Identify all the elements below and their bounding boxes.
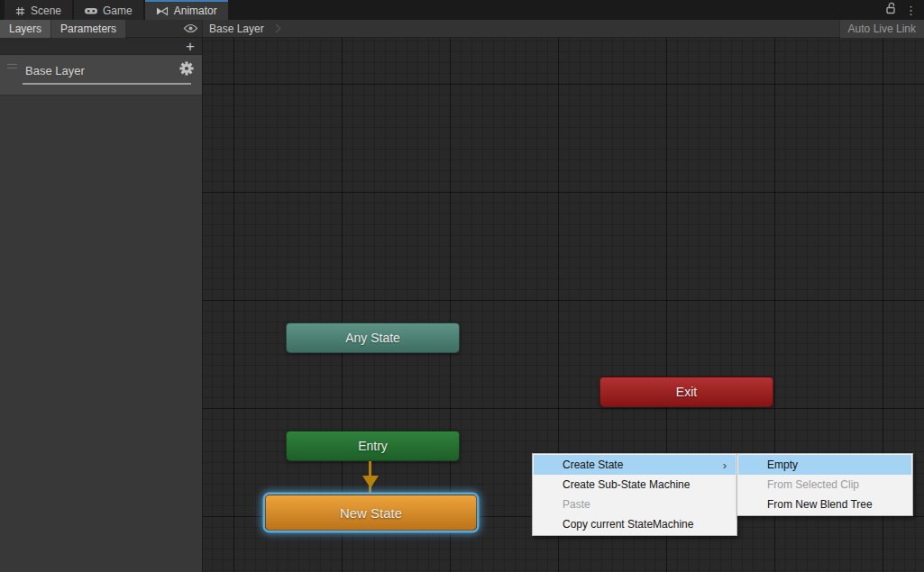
layer-name-label: Base Layer	[25, 64, 85, 77]
node-entry[interactable]: Entry	[286, 431, 460, 461]
tab-scene-label: Scene	[31, 5, 61, 17]
layers-panel: + Base Layer	[0, 38, 203, 572]
tab-game[interactable]: Game	[74, 0, 143, 20]
menu-item-copy-current-statemachine[interactable]: Copy current StateMachine	[534, 514, 736, 534]
scene-grid-icon	[15, 6, 25, 16]
drag-handle-icon	[7, 64, 17, 68]
node-any-state-label: Any State	[345, 331, 400, 345]
tab-game-label: Game	[103, 5, 133, 17]
layers-panel-header: +	[0, 38, 202, 55]
gamepad-icon	[85, 6, 97, 15]
node-entry-label: Entry	[358, 439, 388, 453]
menu-item-paste: Paste	[534, 495, 736, 514]
breadcrumb-label: Base Layer	[209, 23, 264, 35]
menu-item-from-new-blend-tree[interactable]: From New Blend Tree	[738, 495, 911, 514]
layer-item-base-layer[interactable]: Base Layer	[0, 55, 202, 95]
layer-weight-slider[interactable]	[23, 83, 191, 85]
parameters-button[interactable]: Parameters	[51, 20, 125, 38]
animator-main: + Base Layer	[0, 38, 924, 572]
toolbar-left-panel: Layers Parameters	[0, 20, 203, 37]
context-menu: Create State › Create Sub-State Machine …	[532, 453, 737, 536]
node-new-state-label: New State	[340, 505, 402, 521]
auto-live-link-button[interactable]: Auto Live Link	[839, 20, 924, 38]
lock-icon[interactable]	[885, 2, 896, 18]
create-state-submenu: Empty From Selected Clip From New Blend …	[736, 453, 913, 516]
visibility-eye-icon[interactable]	[183, 23, 198, 33]
menu-item-label: Copy current StateMachine	[563, 518, 728, 531]
menu-item-label: Paste	[563, 498, 728, 511]
animator-icon	[156, 6, 169, 16]
menu-item-label: Create State	[563, 459, 723, 471]
breadcrumb-chevron-icon	[271, 24, 280, 33]
animator-window: Scene Game Animator ⋮ Layers Parameters	[0, 0, 924, 572]
transition-arrowhead-icon	[362, 476, 379, 488]
animator-toolbar: Layers Parameters Base Layer Auto Live L…	[0, 20, 924, 38]
tab-animator-label: Animator	[174, 5, 217, 17]
kebab-menu-icon[interactable]: ⋮	[905, 5, 917, 16]
breadcrumb-base-layer[interactable]: Base Layer	[203, 20, 279, 37]
toolbar-breadcrumb-bar: Base Layer Auto Live Link	[203, 20, 924, 37]
menu-item-label: Empty	[767, 459, 904, 471]
tab-scene[interactable]: Scene	[5, 0, 72, 20]
menu-item-create-sub-state-machine[interactable]: Create Sub-State Machine	[534, 475, 736, 495]
menu-item-empty[interactable]: Empty	[738, 455, 911, 475]
node-new-state[interactable]: New State	[265, 495, 477, 531]
menu-item-from-selected-clip: From Selected Clip	[738, 475, 911, 495]
submenu-arrow-icon: ›	[723, 459, 728, 471]
menu-item-label: From Selected Clip	[767, 478, 904, 491]
tab-bar: Scene Game Animator ⋮	[0, 0, 924, 20]
gear-icon[interactable]	[179, 61, 194, 79]
menu-item-label: From New Blend Tree	[767, 498, 904, 511]
tab-animator[interactable]: Animator	[145, 0, 228, 20]
node-exit[interactable]: Exit	[599, 377, 773, 407]
tab-bar-controls: ⋮	[885, 0, 924, 20]
state-machine-canvas[interactable]: Any State Exit Entry New State Create St…	[203, 38, 924, 572]
node-any-state[interactable]: Any State	[286, 322, 460, 353]
add-layer-button[interactable]: +	[178, 39, 202, 54]
node-exit-label: Exit	[676, 385, 697, 399]
menu-item-create-state[interactable]: Create State ›	[534, 455, 736, 475]
layers-button[interactable]: Layers	[0, 20, 50, 38]
menu-item-label: Create Sub-State Machine	[563, 478, 728, 491]
